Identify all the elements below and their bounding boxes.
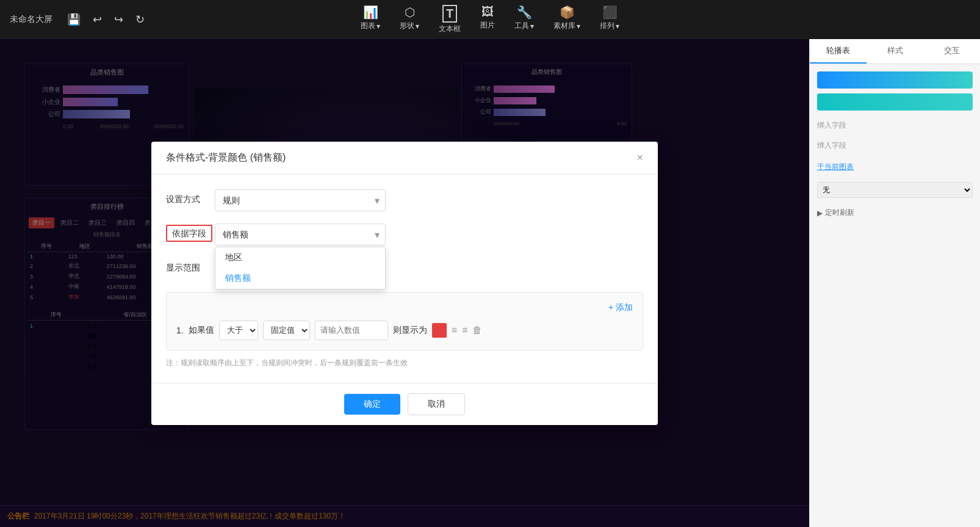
field-select[interactable]: 销售额: [215, 224, 386, 245]
color-bar-teal[interactable]: [817, 93, 973, 111]
modal-dialog: 条件格式-背景颜色 (销售额) × 设置方式 规则: [151, 142, 658, 425]
tab-style[interactable]: 样式: [867, 39, 923, 64]
modal-title: 条件格式-背景颜色 (销售额): [166, 151, 286, 164]
display-range-label: 显示范围: [166, 258, 215, 274]
toolbar-item-arrange[interactable]: ⬛ 排列 ▾: [600, 5, 619, 34]
toolbar-item-image[interactable]: 🖼 图片: [480, 5, 495, 34]
assets-label: 素材库 ▾: [553, 21, 580, 31]
arrange-icon: ⬛: [602, 5, 618, 20]
shape-icon: ⬡: [405, 5, 415, 20]
chart-label: 图表 ▾: [361, 21, 380, 31]
setting-method-control: 规则: [215, 189, 643, 211]
toolbar-item-tool[interactable]: 🔧 工具 ▾: [514, 5, 534, 34]
confirm-button[interactable]: 确定: [344, 394, 400, 415]
form-row-setting-method: 设置方式 规则: [166, 189, 643, 211]
modal-body: 设置方式 规则 依据字段: [151, 175, 658, 383]
field-select-wrapper: 销售额: [215, 224, 386, 245]
panel-field-label-1: 绑入字段: [817, 120, 973, 131]
save-button[interactable]: 💾: [65, 10, 83, 29]
note-text: 注：规则读取顺序由上至下，当规则间冲突时，后一条规则覆盖前一条生效: [166, 358, 643, 368]
panel-section-field1: 绑入字段: [817, 120, 973, 131]
field-control: 销售额 地区 销售额: [215, 224, 643, 245]
rule-if-label: 如果值: [189, 325, 214, 336]
main-area: 品类销售图 消费者 小企业 公司 0.00: [0, 39, 980, 527]
modal-close-button[interactable]: ×: [636, 152, 643, 163]
textbox-label: 文本框: [439, 24, 461, 34]
shape-label: 形状 ▾: [400, 21, 419, 31]
setting-method-select[interactable]: 规则: [215, 189, 386, 211]
color-bar-blue[interactable]: [817, 71, 973, 89]
tool-label: 工具 ▾: [514, 21, 534, 31]
canvas-area[interactable]: 品类销售图 消费者 小企业 公司 0.00: [0, 39, 809, 527]
panel-field-label-2: 绑入字段: [817, 140, 973, 151]
field-label-text: 依据字段: [166, 225, 212, 242]
rule-sort-asc-button[interactable]: ≡: [452, 325, 457, 336]
form-row-field: 依据字段 销售额 地区 销售额: [166, 224, 643, 245]
modal-header: 条件格式-背景颜色 (销售额) ×: [151, 142, 658, 175]
image-icon: 🖼: [481, 5, 494, 19]
rule-section: + 添加 1. 如果值 大于 小于 等于 固定值 百分比: [166, 292, 643, 351]
right-panel-tabs: 轮播表 样式 交互: [810, 39, 980, 64]
image-label: 图片: [480, 20, 495, 31]
dropdown-item-region[interactable]: 地区: [215, 247, 385, 268]
undo-button[interactable]: ↩: [90, 10, 104, 29]
rule-value-input[interactable]: [315, 321, 388, 340]
rule-color-picker[interactable]: [432, 323, 447, 338]
toolbar-center: 📊 图表 ▾ ⬡ 形状 ▾ T 文本框 🖼 图片 🔧 工具 ▾ 📦 素材库 ▾ …: [361, 5, 619, 34]
panel-section-select: 无: [817, 182, 973, 198]
right-panel-content: 绑入字段 绑入字段 于当前图表 无 ▶ 定时刷新: [810, 64, 980, 527]
panel-section-refresh: ▶ 定时刷新: [817, 208, 973, 218]
textbox-icon: T: [442, 5, 457, 23]
refresh-button[interactable]: ↻: [133, 10, 147, 29]
field-label: 依据字段: [166, 224, 215, 239]
toolbar-item-assets[interactable]: 📦 素材库 ▾: [553, 5, 580, 34]
redo-button[interactable]: ↪: [112, 10, 126, 29]
assets-icon: 📦: [560, 5, 575, 20]
panel-section-colors: [817, 71, 973, 111]
rule-sort-desc-button[interactable]: ≡: [462, 325, 467, 336]
modal-footer: 确定 取消: [151, 383, 658, 425]
dropdown-item-sales[interactable]: 销售额: [215, 268, 385, 289]
setting-method-select-wrapper: 规则: [215, 189, 386, 211]
tool-icon: 🔧: [517, 5, 532, 20]
chart-icon: 📊: [363, 5, 378, 20]
toolbar-icons: 💾 ↩ ↪ ↻: [65, 10, 147, 29]
app-title: 未命名大屏: [10, 14, 52, 25]
apply-button[interactable]: 于当前图表: [817, 162, 854, 171]
top-toolbar: 未命名大屏 💾 ↩ ↪ ↻ 📊 图表 ▾ ⬡ 形状 ▾ T 文本框 🖼 图片 🔧…: [0, 0, 980, 39]
add-rule-button[interactable]: + 添加: [176, 302, 633, 313]
rule-type-select[interactable]: 固定值 百分比: [263, 321, 310, 340]
refresh-label: 定时刷新: [825, 208, 854, 218]
setting-method-label: 设置方式: [166, 189, 215, 205]
panel-select[interactable]: 无: [817, 182, 973, 198]
toolbar-item-chart[interactable]: 📊 图表 ▾: [361, 5, 380, 34]
panel-section-field2: 绑入字段: [817, 140, 973, 151]
arrange-label: 排列 ▾: [600, 21, 619, 31]
rule-delete-button[interactable]: 🗑: [472, 325, 482, 336]
tab-interact[interactable]: 交互: [923, 39, 980, 64]
toolbar-item-textbox[interactable]: T 文本框: [439, 5, 461, 34]
rule-row-1: 1. 如果值 大于 小于 等于 固定值 百分比 则显示为: [176, 321, 633, 340]
rule-condition-select[interactable]: 大于 小于 等于: [219, 321, 258, 340]
refresh-section[interactable]: ▶ 定时刷新: [817, 208, 973, 218]
cancel-button[interactable]: 取消: [408, 393, 465, 415]
right-panel: 轮播表 样式 交互 绑入字段 绑入字段 于当前图表 无: [809, 39, 980, 527]
rule-then-label: 则显示为: [393, 325, 427, 336]
field-dropdown-list: 地区 销售额: [215, 247, 386, 289]
chevron-right-icon: ▶: [817, 209, 823, 217]
toolbar-item-shape[interactable]: ⬡ 形状 ▾: [400, 5, 419, 34]
panel-section-apply: 于当前图表: [817, 161, 973, 172]
tab-carousel[interactable]: 轮播表: [810, 39, 867, 64]
rule-index: 1.: [176, 325, 184, 335]
